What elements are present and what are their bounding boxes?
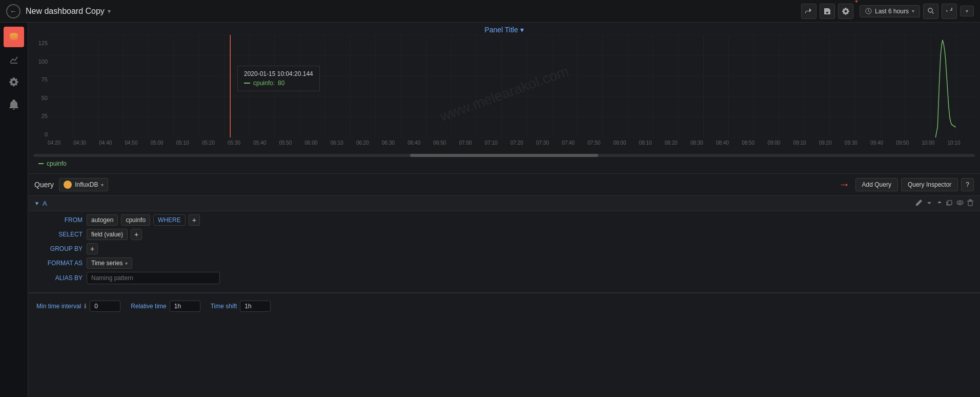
format-label: FORMAT AS bbox=[36, 260, 83, 267]
min-interval-label: Min time interval bbox=[36, 303, 81, 310]
sidebar-icon-settings[interactable] bbox=[4, 72, 24, 92]
chart-legend: cpuinfo bbox=[28, 158, 980, 167]
format-select[interactable]: Time series ▾ bbox=[87, 257, 132, 269]
refresh-dropdown-arrow: ▾ bbox=[966, 8, 968, 14]
query-label: Query bbox=[34, 181, 54, 189]
sidebar-icon-database[interactable] bbox=[4, 27, 24, 47]
query-inspector-button[interactable]: Query Inspector bbox=[901, 178, 958, 191]
svg-rect-47 bbox=[948, 201, 952, 205]
bottom-options-bar: Min time interval ℹ Relative time Time s… bbox=[28, 293, 980, 319]
select-field-pill[interactable]: field (value) bbox=[87, 229, 128, 240]
help-button[interactable]: ? bbox=[961, 178, 974, 191]
add-query-button[interactable]: Add Query bbox=[855, 178, 898, 191]
x-axis-labels: 04:20 04:30 04:40 04:50 05:00 05:10 05:2… bbox=[32, 139, 976, 146]
tooltip-value: cpuinfo: 80 bbox=[244, 80, 313, 87]
min-interval-info-icon[interactable]: ℹ bbox=[84, 303, 87, 310]
chart-area: www.melearakol.com 125 100 75 50 25 0 bbox=[32, 35, 976, 153]
dashboard-title[interactable]: New dashboard Copy ▾ bbox=[26, 7, 111, 16]
collapse-icon-a: ▼ bbox=[34, 201, 39, 206]
top-bar-right: ↓ Last 6 hours ▾ ▾ bbox=[801, 4, 974, 19]
alias-value bbox=[87, 272, 220, 284]
time-range-picker[interactable]: Last 6 hours ▾ bbox=[860, 5, 920, 17]
svg-point-49 bbox=[959, 202, 961, 204]
alias-input[interactable] bbox=[87, 272, 220, 284]
tooltip-series: cpuinfo: bbox=[253, 80, 275, 87]
legend-label: cpuinfo bbox=[47, 160, 67, 167]
sidebar-icon-bell[interactable] bbox=[4, 94, 24, 115]
legend-dot bbox=[38, 163, 44, 164]
format-value: Time series ▾ bbox=[87, 257, 132, 269]
move-up-icon[interactable] bbox=[936, 199, 943, 208]
relative-time-label: Relative time bbox=[131, 303, 166, 310]
query-actions: → Add Query Query Inspector ? bbox=[839, 178, 974, 191]
min-interval-field: Min time interval ℹ bbox=[36, 301, 120, 312]
min-interval-input[interactable] bbox=[90, 301, 120, 312]
duplicate-icon[interactable] bbox=[946, 199, 953, 208]
format-select-arrow: ▾ bbox=[125, 261, 128, 266]
sidebar bbox=[0, 23, 28, 397]
from-value: autogen cpuinfo WHERE + bbox=[87, 214, 200, 226]
back-button[interactable]: ← bbox=[6, 4, 21, 18]
query-header: Query InfluxDB ▾ → Add Query Query Inspe… bbox=[28, 174, 980, 196]
main-layout: Panel Title ▾ www.melearakol.com 125 100… bbox=[0, 23, 980, 397]
tooltip-dash bbox=[244, 83, 250, 84]
alias-row: ALIAS BY bbox=[36, 272, 972, 284]
chart-panel: Panel Title ▾ www.melearakol.com 125 100… bbox=[28, 23, 980, 174]
select-row: SELECT field (value) + bbox=[36, 229, 972, 240]
time-range-arrow: ▾ bbox=[912, 8, 914, 14]
from-row: FROM autogen cpuinfo WHERE + bbox=[36, 214, 972, 226]
chart-scrollbar[interactable] bbox=[33, 154, 975, 157]
group-by-add-button[interactable]: + bbox=[87, 243, 98, 254]
time-shift-input[interactable] bbox=[240, 301, 271, 312]
move-down-icon[interactable] bbox=[926, 199, 933, 208]
chart-tooltip: 2020-01-15 10:04:20.144 cpuinfo: 80 bbox=[237, 66, 320, 91]
toggle-visibility-icon[interactable] bbox=[956, 199, 964, 208]
refresh-button[interactable] bbox=[942, 4, 957, 19]
panel-title[interactable]: Panel Title ▾ bbox=[484, 26, 523, 34]
tooltip-number: 80 bbox=[278, 80, 284, 87]
svg-point-1 bbox=[928, 8, 932, 12]
where-pill[interactable]: WHERE bbox=[153, 214, 186, 226]
share-button[interactable] bbox=[801, 4, 816, 19]
where-add-button[interactable]: + bbox=[189, 214, 200, 226]
red-arrow-query: → bbox=[839, 178, 850, 191]
datasource-name: InfluxDB bbox=[75, 181, 98, 188]
time-shift-label: Time shift bbox=[211, 303, 237, 310]
group-by-value: + bbox=[87, 243, 98, 254]
chart-svg bbox=[48, 35, 976, 137]
title-dropdown-icon: ▾ bbox=[108, 8, 111, 15]
content-area: Panel Title ▾ www.melearakol.com 125 100… bbox=[28, 23, 980, 397]
red-arrow-top: ↓ bbox=[853, 0, 859, 4]
query-block-actions bbox=[915, 199, 974, 208]
format-select-value: Time series bbox=[91, 260, 123, 267]
y-axis: 125 100 75 50 25 0 bbox=[32, 40, 48, 137]
zoom-button[interactable] bbox=[923, 4, 938, 19]
query-section: Query InfluxDB ▾ → Add Query Query Inspe… bbox=[28, 174, 980, 397]
settings-button[interactable] bbox=[838, 4, 853, 19]
influxdb-icon bbox=[64, 181, 72, 189]
top-bar: ← New dashboard Copy ▾ ↓ Last 6 hours ▾ bbox=[0, 0, 980, 23]
block-label-a: A bbox=[43, 200, 47, 207]
alias-label: ALIAS BY bbox=[36, 274, 83, 282]
refresh-dropdown[interactable]: ▾ bbox=[960, 6, 974, 16]
save-button[interactable] bbox=[820, 4, 835, 19]
from-table-pill[interactable]: cpuinfo bbox=[121, 214, 150, 226]
relative-time-input[interactable] bbox=[170, 301, 200, 312]
group-by-label: GROUP BY bbox=[36, 245, 83, 252]
select-label: SELECT bbox=[36, 231, 83, 238]
relative-time-field: Relative time bbox=[131, 301, 200, 312]
delete-icon[interactable] bbox=[967, 199, 974, 208]
datasource-select[interactable]: InfluxDB ▾ bbox=[59, 178, 108, 191]
query-block-a: ▼ A bbox=[28, 196, 980, 293]
top-bar-left: ← New dashboard Copy ▾ bbox=[6, 4, 111, 18]
from-db-pill[interactable]: autogen bbox=[87, 214, 118, 226]
chart-scrollbar-thumb[interactable] bbox=[410, 154, 598, 157]
sidebar-icon-chart[interactable] bbox=[4, 49, 24, 70]
edit-icon[interactable] bbox=[915, 199, 923, 208]
datasource-dropdown-arrow: ▾ bbox=[101, 182, 104, 188]
svg-point-48 bbox=[957, 201, 963, 205]
panel-title-bar: Panel Title ▾ bbox=[28, 23, 980, 35]
select-add-button[interactable]: + bbox=[131, 229, 142, 240]
query-rows: FROM autogen cpuinfo WHERE + SELECT fiel… bbox=[28, 211, 980, 292]
query-block-title-a[interactable]: ▼ A bbox=[34, 200, 47, 207]
